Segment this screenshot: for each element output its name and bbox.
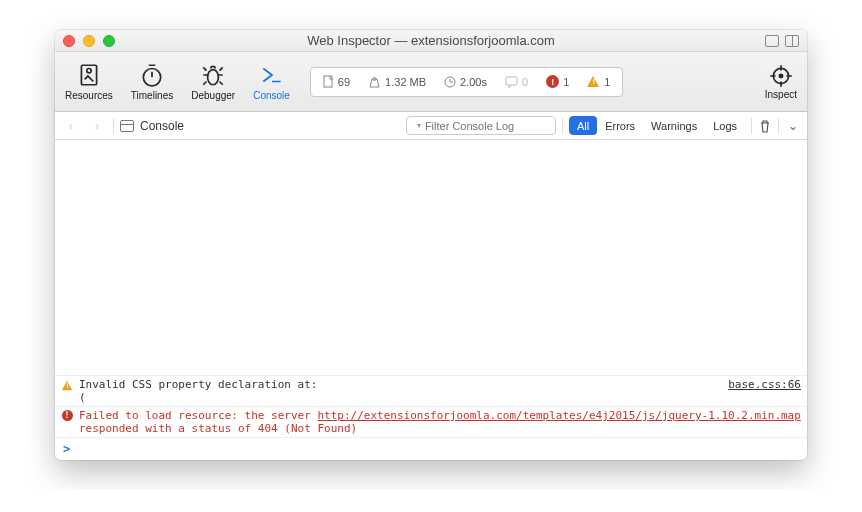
tab-timelines[interactable]: Timelines	[131, 62, 173, 101]
svg-point-1	[87, 69, 91, 73]
stat-value: 1.32 MB	[385, 76, 426, 88]
document-icon	[76, 62, 102, 88]
filter-errors[interactable]: Errors	[597, 116, 643, 135]
filter-field[interactable]: ▾	[406, 116, 556, 135]
tab-label: Debugger	[191, 90, 235, 101]
web-inspector-window: Web Inspector — extensionsforjoomla.com …	[55, 30, 807, 460]
stat-value: 69	[338, 76, 350, 88]
svg-point-2	[143, 69, 160, 86]
stat-messages[interactable]: 0	[505, 76, 528, 88]
warning-badge-icon	[587, 75, 600, 88]
filter-input[interactable]	[425, 120, 563, 132]
document-icon	[323, 75, 334, 88]
tab-label: Timelines	[131, 90, 173, 101]
error-icon: !	[61, 409, 73, 421]
filter-logs[interactable]: Logs	[705, 116, 745, 135]
main-toolbar: Resources Timelines Debugger Console 69	[55, 52, 807, 112]
clock-icon	[444, 76, 456, 88]
overflow-menu-button[interactable]: ⌄	[785, 119, 801, 133]
warning-icon	[61, 378, 73, 392]
forward-button[interactable]: ›	[87, 116, 107, 136]
panel-tabs: Resources Timelines Debugger Console	[65, 62, 290, 101]
svg-point-3	[208, 70, 219, 85]
stat-documents[interactable]: 69	[323, 75, 350, 88]
back-button[interactable]: ‹	[61, 116, 81, 136]
log-entry-warning[interactable]: Invalid CSS property declaration at: ( b…	[55, 375, 807, 406]
window-controls	[63, 35, 115, 47]
console-scope-icon	[120, 120, 134, 132]
svg-point-9	[779, 74, 782, 77]
log-message-cont: responded with a status of 404 (Not Foun…	[79, 422, 357, 435]
navigation-bar: ‹ › Console ▾ All Errors Warnings Logs ⌄	[55, 112, 807, 140]
stats-panel: 69 1.32 MB 2.00s 0 ! 1 1	[310, 67, 624, 97]
bug-icon	[200, 62, 226, 88]
inspect-label: Inspect	[765, 89, 797, 100]
console-prompt[interactable]: >	[55, 437, 807, 460]
stat-time[interactable]: 2.00s	[444, 76, 487, 88]
stat-size[interactable]: 1.32 MB	[368, 76, 426, 88]
chat-icon	[505, 76, 518, 88]
error-badge-icon: !	[546, 75, 559, 88]
inspect-button[interactable]: Inspect	[765, 63, 797, 100]
filter-warnings[interactable]: Warnings	[643, 116, 705, 135]
window-title: Web Inspector — extensionsforjoomla.com	[55, 33, 807, 48]
message-filter-segment: All Errors Warnings Logs	[569, 116, 745, 135]
stat-value: 1	[563, 76, 569, 88]
log-message: Invalid CSS property declaration at: (	[79, 378, 319, 404]
stat-value: 2.00s	[460, 76, 487, 88]
tab-resources[interactable]: Resources	[65, 62, 113, 101]
minimize-window-button[interactable]	[83, 35, 95, 47]
stat-warnings[interactable]: 1	[587, 75, 610, 88]
stat-value: 1	[604, 76, 610, 88]
svg-rect-4	[324, 76, 332, 87]
log-message: Failed to load resource: the server resp…	[79, 409, 317, 422]
stat-value: 0	[522, 76, 528, 88]
stat-errors[interactable]: ! 1	[546, 75, 569, 88]
dock-bottom-icon[interactable]	[765, 35, 779, 47]
resource-link[interactable]: http://extensionsforjoomla.com/templates…	[317, 409, 800, 422]
zoom-window-button[interactable]	[103, 35, 115, 47]
titlebar: Web Inspector — extensionsforjoomla.com	[55, 30, 807, 52]
tab-label: Resources	[65, 90, 113, 101]
svg-rect-7	[506, 77, 517, 85]
dock-side-icon[interactable]	[785, 35, 799, 47]
filter-all[interactable]: All	[569, 116, 597, 135]
log-entry-error[interactable]: ! Failed to load resource: the server re…	[55, 406, 807, 437]
close-window-button[interactable]	[63, 35, 75, 47]
log-source-link[interactable]: base.css:66	[728, 378, 801, 404]
stopwatch-icon	[139, 62, 165, 88]
console-log-area[interactable]	[55, 140, 807, 375]
crosshair-icon	[768, 63, 794, 89]
chevron-down-icon: ▾	[417, 121, 421, 130]
tab-label: Console	[253, 90, 290, 101]
tab-debugger[interactable]: Debugger	[191, 62, 235, 101]
tab-console[interactable]: Console	[253, 62, 290, 101]
clear-log-button[interactable]	[758, 119, 772, 133]
breadcrumb[interactable]: Console	[140, 119, 184, 133]
weight-icon	[368, 76, 381, 88]
console-icon	[259, 62, 285, 88]
